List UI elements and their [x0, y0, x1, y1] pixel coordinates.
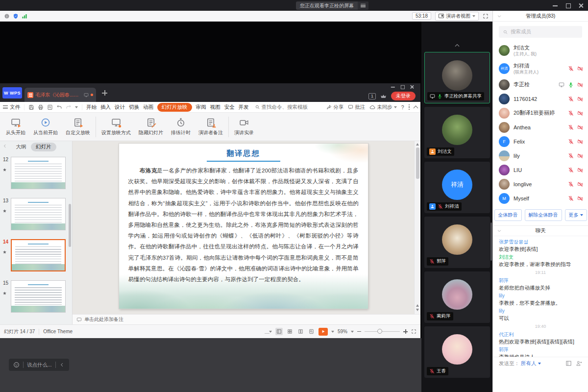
info-icon[interactable] [4, 13, 10, 19]
collapse-ribbon-icon[interactable] [414, 105, 418, 110]
shield-icon[interactable] [13, 13, 19, 19]
tab-developer[interactable]: 开发 [239, 104, 249, 111]
current-slide[interactable]: 翻译思想 布洛克是一名多产的作家和翻译家，他翻译了近200部法语和德语的书籍和戏… [119, 144, 368, 309]
next-slide-icon[interactable] [416, 309, 419, 311]
command-search[interactable]: 查找命令、搜索模板 [255, 104, 308, 111]
camera-off-icon[interactable] [577, 82, 583, 88]
crown-icon[interactable] [380, 93, 387, 99]
reading-view-button[interactable] [297, 328, 304, 336]
chat-message-list[interactable]: 张梦雪장몽설 欢迎李教授[表情] 刘洁文 欢迎李教授，谢谢李教授的指导 19:1… [493, 236, 588, 357]
member-row[interactable]: Anthea [499, 120, 583, 134]
play-from-start-button[interactable]: 从头开始 [2, 114, 29, 140]
signal-icon[interactable] [22, 13, 27, 19]
video-strip-scrollbar[interactable] [490, 222, 492, 261]
mic-muted-icon[interactable] [568, 181, 574, 187]
camera-off-icon[interactable] [577, 196, 583, 201]
video-tile[interactable]: 蔺莉萍 [424, 271, 490, 323]
mic-muted-icon[interactable] [568, 167, 574, 173]
notes-toggle-icon[interactable] [264, 331, 266, 333]
mic-muted-icon[interactable] [568, 139, 574, 145]
member-row[interactable]: LIU [499, 163, 583, 177]
slide-thumbnail-14-selected[interactable]: 14 [11, 239, 68, 271]
toolbar-more-icon[interactable] [75, 106, 78, 108]
rehearse-timing-button[interactable]: 排练计时 [167, 114, 195, 140]
more-actions-button[interactable]: 更多 [565, 209, 587, 221]
chat-input-area[interactable] [493, 369, 588, 392]
print-icon[interactable] [38, 104, 44, 110]
print-preview-icon[interactable] [47, 104, 53, 110]
fit-slide-icon[interactable] [411, 329, 416, 334]
setup-show-button[interactable]: 设置放映方式 [98, 114, 135, 140]
close-button[interactable] [578, 3, 583, 8]
undo-icon[interactable] [56, 104, 62, 110]
mute-all-button[interactable]: 全体静音 [494, 209, 522, 221]
play-from-current-button[interactable]: 从当前开始 [29, 114, 62, 140]
member-row[interactable]: F Felix [499, 134, 583, 148]
mic-muted-icon[interactable] [568, 196, 574, 201]
video-tile[interactable]: 祥清 刘祥清 [424, 162, 490, 213]
member-row[interactable]: 20翻译1班姜丽婷 [499, 106, 583, 120]
comment-button[interactable]: 批注 [348, 104, 365, 111]
sidebar-scrollbar[interactable] [69, 204, 71, 247]
quick-chat-placeholder[interactable]: 说点什么... [27, 362, 52, 368]
collapse-chat-icon[interactable] [497, 228, 502, 233]
zoom-level[interactable]: 59% [338, 329, 347, 334]
camera-off-icon[interactable] [577, 110, 583, 116]
collapse-members-icon[interactable] [497, 14, 502, 19]
wps-minimize-button[interactable] [391, 85, 395, 89]
banner-menu-button[interactable] [358, 1, 368, 10]
quick-chat-pill[interactable]: 说点什么... [9, 359, 69, 371]
member-row[interactable]: 刘洁文(主持人, 我) [499, 41, 583, 59]
zoom-in-button[interactable] [403, 329, 408, 334]
video-tile[interactable]: 王香 [424, 326, 490, 378]
tab-design[interactable]: 设计 [115, 104, 125, 111]
slide-thumbnail-12[interactable]: 12 [11, 157, 68, 189]
lecture-record-button[interactable]: 演讲实录 [230, 114, 258, 140]
zoom-out-button[interactable] [357, 331, 361, 332]
scrollbar-handle[interactable] [416, 147, 419, 179]
camera-off-icon[interactable] [577, 167, 583, 173]
member-row[interactable]: longlive [499, 177, 583, 191]
scroll-videos-up-icon[interactable] [454, 42, 461, 49]
watching-banner[interactable]: 您正在观看李正栓的屏幕 [296, 1, 368, 10]
mic-muted-icon[interactable] [568, 110, 574, 116]
hide-slide-button[interactable]: 隐藏幻灯片 [135, 114, 167, 140]
message-count-badge[interactable]: 1 [368, 93, 376, 99]
zoom-slider[interactable] [365, 331, 400, 332]
member-row[interactable]: 祥清 刘祥清(联席主持人) [499, 59, 583, 77]
member-row[interactable]: 11760142 [499, 92, 583, 106]
document-tab[interactable]: 毛泽东《沁园春...译者行为研究2 [24, 88, 96, 102]
camera-off-icon[interactable] [577, 153, 583, 159]
custom-show-button[interactable]: 自定义放映 [62, 114, 94, 140]
file-menu[interactable]: 文件 [3, 104, 20, 111]
minimize-button[interactable] [553, 3, 558, 8]
sync-status-button[interactable]: 未同步 [369, 104, 397, 111]
video-tile[interactable]: 刘洁文 [424, 107, 490, 158]
share-button[interactable]: 分享 [326, 104, 343, 111]
tab-home[interactable]: 开始 [86, 104, 97, 111]
mic-muted-icon[interactable] [568, 66, 574, 72]
member-row[interactable]: M Myself [499, 191, 583, 205]
slide-sorter-button[interactable] [286, 328, 294, 336]
new-tab-button[interactable] [102, 90, 107, 96]
scroll-up-icon[interactable] [416, 143, 419, 146]
notes-bar[interactable]: 单击此处添加备注 [73, 314, 420, 324]
member-row[interactable]: lily [499, 148, 583, 163]
tab-slides[interactable]: 幻灯片 [31, 143, 56, 151]
collapse-panel-icon[interactable] [2, 144, 7, 148]
tab-review[interactable]: 审阅 [196, 104, 206, 111]
screen-share-icon[interactable] [559, 82, 564, 88]
tab-slideshow-active[interactable]: 幻灯片放映 [157, 103, 192, 112]
tab-view[interactable]: 视图 [210, 104, 220, 111]
member-row[interactable]: 李正栓 [499, 77, 583, 92]
tab-transition[interactable]: 切换 [129, 104, 139, 111]
send-to-selector[interactable]: 所有人 [521, 360, 541, 367]
video-tile-screen-share[interactable]: 李正栓的屏幕共享 [424, 52, 490, 103]
emoji-icon[interactable] [13, 362, 20, 368]
wps-logo[interactable]: W WPS [2, 87, 22, 98]
camera-off-icon[interactable] [577, 181, 583, 187]
canvas-scrollbar[interactable] [414, 141, 420, 314]
tab-outline[interactable]: 大纲 [16, 144, 26, 150]
tab-security[interactable]: 安全 [224, 104, 235, 111]
zoom-slider-handle[interactable] [377, 329, 382, 334]
